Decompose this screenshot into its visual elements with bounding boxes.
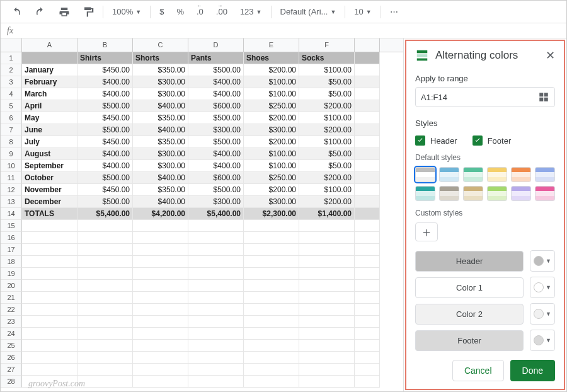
cell[interactable]: [355, 220, 380, 232]
cell[interactable]: $400.00: [77, 88, 133, 100]
cell[interactable]: [188, 364, 244, 376]
cell[interactable]: $400.00: [133, 124, 188, 136]
range-input[interactable]: A1:F14: [415, 87, 555, 107]
cell[interactable]: $350.00: [133, 112, 188, 124]
cell[interactable]: [355, 292, 380, 304]
row-header[interactable]: 14: [1, 208, 22, 220]
row-header[interactable]: 27: [1, 364, 22, 376]
cell[interactable]: [355, 160, 380, 172]
cell[interactable]: [77, 232, 133, 244]
cell[interactable]: $300.00: [133, 160, 188, 172]
cell[interactable]: $2,300.00: [244, 208, 299, 220]
style-swatch[interactable]: [463, 167, 483, 182]
cell[interactable]: [188, 244, 244, 256]
cell[interactable]: [77, 328, 133, 340]
cell[interactable]: [188, 352, 244, 364]
cell[interactable]: $250.00: [244, 100, 299, 112]
row-header[interactable]: 16: [1, 232, 22, 244]
style-swatch[interactable]: [487, 167, 507, 182]
cell[interactable]: [299, 280, 355, 292]
cell[interactable]: [244, 352, 299, 364]
cell[interactable]: [355, 232, 380, 244]
cell[interactable]: [355, 364, 380, 376]
cell[interactable]: $400.00: [188, 148, 244, 160]
footer-checkbox[interactable]: Footer: [472, 135, 512, 146]
cell[interactable]: $450.00: [77, 64, 133, 76]
cell[interactable]: April: [22, 100, 77, 112]
more-toolbar-button[interactable]: ⋯: [386, 4, 402, 19]
cell[interactable]: $450.00: [77, 136, 133, 148]
cell[interactable]: [355, 316, 380, 328]
cell[interactable]: $400.00: [133, 100, 188, 112]
cell[interactable]: [244, 280, 299, 292]
style-swatch[interactable]: [415, 167, 435, 182]
row-header[interactable]: 24: [1, 328, 22, 340]
cell[interactable]: $350.00: [133, 136, 188, 148]
cell[interactable]: January: [22, 64, 77, 76]
cell[interactable]: TOTALS: [22, 208, 77, 220]
zoom-dropdown[interactable]: 100%▼: [108, 6, 145, 18]
cell[interactable]: [244, 340, 299, 352]
cell[interactable]: [355, 124, 380, 136]
cell[interactable]: [133, 280, 188, 292]
cell[interactable]: [355, 76, 380, 88]
cell[interactable]: [22, 328, 77, 340]
cell[interactable]: [188, 232, 244, 244]
cell[interactable]: [22, 280, 77, 292]
cell[interactable]: $300.00: [133, 148, 188, 160]
cell[interactable]: $600.00: [188, 172, 244, 184]
cell[interactable]: [355, 172, 380, 184]
style-swatch[interactable]: [511, 186, 531, 201]
cell[interactable]: Pants: [188, 52, 244, 64]
add-custom-style-button[interactable]: ＋: [415, 222, 438, 241]
cell[interactable]: $100.00: [244, 160, 299, 172]
cell[interactable]: $200.00: [244, 112, 299, 124]
font-dropdown[interactable]: Default (Ari...▼: [277, 6, 340, 18]
cell[interactable]: $50.00: [299, 148, 355, 160]
footer-color-row[interactable]: Footer: [415, 330, 524, 351]
cell[interactable]: $400.00: [77, 76, 133, 88]
cell[interactable]: [77, 244, 133, 256]
cell[interactable]: Shorts: [133, 52, 188, 64]
cell[interactable]: July: [22, 136, 77, 148]
cell[interactable]: $100.00: [244, 148, 299, 160]
cell[interactable]: $450.00: [77, 112, 133, 124]
cell[interactable]: $50.00: [299, 160, 355, 172]
row-header[interactable]: 9: [1, 148, 22, 160]
cell[interactable]: [188, 328, 244, 340]
cell[interactable]: [299, 340, 355, 352]
col-header-G[interactable]: [355, 38, 380, 52]
cell[interactable]: $200.00: [299, 172, 355, 184]
increase-decimal-button[interactable]: .00→: [212, 4, 231, 19]
cell[interactable]: $500.00: [77, 196, 133, 208]
cell[interactable]: $500.00: [188, 184, 244, 196]
undo-button[interactable]: [7, 4, 26, 20]
cell[interactable]: [22, 340, 77, 352]
cell[interactable]: [188, 304, 244, 316]
cell[interactable]: [244, 376, 299, 388]
row-header[interactable]: 8: [1, 136, 22, 148]
cell[interactable]: November: [22, 184, 77, 196]
cell[interactable]: [133, 292, 188, 304]
header-color-picker[interactable]: ▼: [530, 250, 555, 272]
cell[interactable]: [22, 364, 77, 376]
cell[interactable]: $350.00: [133, 184, 188, 196]
cell[interactable]: [22, 220, 77, 232]
cell[interactable]: [244, 220, 299, 232]
cell[interactable]: Socks: [299, 52, 355, 64]
row-header[interactable]: 23: [1, 316, 22, 328]
cell[interactable]: [22, 244, 77, 256]
cell[interactable]: $200.00: [244, 136, 299, 148]
cell[interactable]: [22, 304, 77, 316]
cell[interactable]: $100.00: [244, 88, 299, 100]
cell[interactable]: $500.00: [188, 64, 244, 76]
row-header[interactable]: 11: [1, 172, 22, 184]
cell[interactable]: [244, 364, 299, 376]
spreadsheet-grid[interactable]: A B C D E F 1ShirtsShortsPantsShoesSocks…: [1, 38, 404, 391]
col-header-A[interactable]: A: [22, 38, 77, 52]
cell[interactable]: [188, 292, 244, 304]
cell[interactable]: [244, 328, 299, 340]
cell[interactable]: [133, 328, 188, 340]
cell[interactable]: [355, 352, 380, 364]
row-header[interactable]: 28: [1, 376, 22, 388]
